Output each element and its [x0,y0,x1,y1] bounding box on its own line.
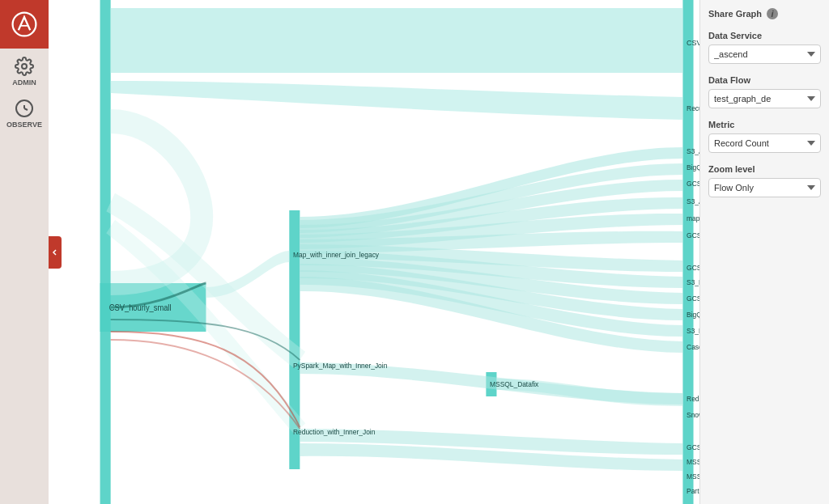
sidebar-item-observe[interactable]: OBSERVE [0,91,49,133]
data-flow-select[interactable]: test_graph_de [708,89,821,108]
share-graph-label: Share Graph [708,9,762,19]
map2-label: map2 [687,214,699,222]
data-service-label: Data Service [708,31,821,40]
gcs-xsv-label: GCS_XSV [687,294,699,303]
zoom-level-label: Zoom level [708,164,821,174]
redshift-full-load-label: Redshift_Full_Load_Sink_PFS [687,395,699,403]
map-inner-join-label: Map_with_inner_join_legacy [293,251,380,259]
sankey-diagram: CSV_hourly_small [49,0,699,504]
sidebar-item-observe-label: OBSERVE [6,121,42,129]
data-service-section: Data Service _ascend [708,31,821,64]
s3-parquet-sink-label: S3_Parquet_Sink [687,278,699,286]
gcs-common-prefix-label: GCS Common Prefix [687,443,699,451]
csv-small-view-label: CSV_hourly_small_view [687,39,699,47]
gcs-orc-part-label: GCS_Orc_Part [687,231,699,239]
s3-avro-part-sink-label: S3_Avro_Part_Sink [687,197,699,205]
gcs-json-label: GCS_JSON [687,264,699,272]
chart-area: CSV_hourly_small [49,0,699,504]
mssql-datafix-label: MSSQL_Datafix [490,380,539,388]
partitioned-snowflake-label: Partitioned_Snowflake_Sink [687,487,699,495]
cascading-pyspark-label: Cascading_PySpark_Sink [687,343,699,351]
data-flow-label: Data Flow [708,75,821,85]
metric-select[interactable]: Record Count [708,133,821,153]
gcs-xsv-part-label: GCS_XSV_Part [687,180,699,188]
main: CSV_hourly_small [49,0,829,504]
recursive-total-label: Recursive Total Count on Timestamp [687,104,699,112]
bigquery-sink-label: BigQuery_Sink [687,163,699,172]
sidebar-item-admin-label: ADMIN [12,78,36,87]
svg-point-1 [22,64,27,69]
share-graph-info-icon[interactable]: i [767,8,778,19]
svg-rect-9 [682,0,693,504]
collapse-button[interactable] [49,236,62,269]
s3-parquet-p-label: S3_Parquet_P [687,327,699,335]
svg-line-4 [24,108,28,110]
gear-icon [15,57,34,76]
share-graph-section: Share Graph i [708,8,821,19]
s3-avro-label: S3_Avro [687,147,699,155]
sidebar: ADMIN OBSERVE [0,0,49,504]
bigquerypfs-label: BigQueryPFS [687,311,699,319]
data-service-select[interactable]: _ascend [708,44,821,64]
metric-section: Metric Record Count [708,120,821,153]
pyspark-map-label: PySpark_Map_with_Inner_Join [293,362,387,370]
zoom-level-section: Zoom level Flow Only [708,164,821,197]
zoom-level-select[interactable]: Flow Only [708,178,821,197]
snowflake-full-load-label: Snowflake_Full_Load [687,411,699,419]
right-panel: Share Graph i Data Service _ascend Data … [699,0,829,504]
data-flow-section: Data Flow test_graph_de [708,75,821,108]
sidebar-item-admin[interactable]: ADMIN [0,49,49,91]
mssql-partitioned-label: MSSQL_Partitioned [687,472,699,481]
svg-rect-6 [100,0,111,504]
logo[interactable] [0,0,49,49]
reduction-inner-join-label: Reduction_with_Inner_Join [293,428,376,436]
chart-icon [15,99,34,118]
mssql-full-label: MSSQL Full [687,458,699,466]
metric-label: Metric [708,120,821,129]
